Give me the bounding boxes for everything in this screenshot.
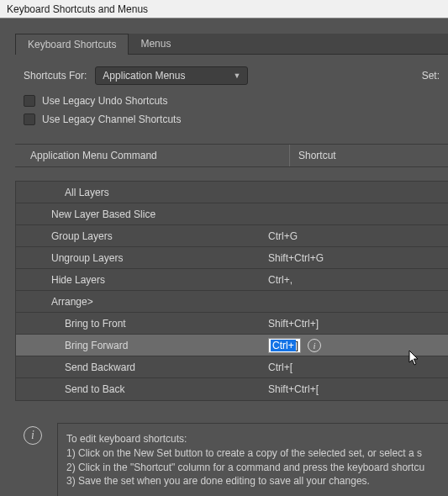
shortcut-cell[interactable]: Ctrl+, — [268, 274, 448, 286]
legacy-channel-row: Use Legacy Channel Shortcuts — [15, 110, 448, 129]
controls-row: Shortcuts For: Application Menus ▼ Set: — [15, 55, 448, 92]
table-row[interactable]: Send BackwardCtrl+[ — [16, 356, 448, 378]
command-label: Arrange> — [16, 296, 268, 308]
header-shortcut[interactable]: Shortcut — [289, 145, 448, 166]
command-label: Bring to Front — [16, 318, 268, 330]
help-line-0: To edit keyboard shortcuts: — [66, 432, 448, 446]
table-row[interactable]: Bring to FrontShift+Ctrl+] — [16, 313, 448, 335]
info-icon[interactable]: i — [308, 339, 321, 352]
help-text: To edit keyboard shortcuts: 1) Click on … — [57, 423, 448, 496]
help-line-3: 3) Save the set when you are done editin… — [66, 474, 448, 488]
command-label: New Layer Based Slice — [16, 208, 268, 220]
legacy-channel-checkbox[interactable] — [24, 113, 35, 125]
command-label: All Layers — [16, 187, 268, 198]
help-line-1: 1) Click on the New Set button to create… — [66, 446, 448, 461]
shortcuts-for-dropdown[interactable]: Application Menus ▼ — [95, 66, 248, 85]
command-label: Send Backward — [16, 361, 268, 373]
info-icon: i — [24, 426, 42, 445]
legacy-undo-row: Use Legacy Undo Shortcuts — [15, 92, 448, 110]
help-box: i To edit keyboard shortcuts: 1) Click o… — [24, 423, 448, 496]
dialog-body: Keyboard Shortcuts Menus Shortcuts For: … — [0, 18, 448, 496]
command-label: Group Layers — [16, 230, 268, 242]
shortcut-edit-field[interactable]: Ctrl+] — [268, 338, 301, 353]
table-row[interactable]: Group LayersCtrl+G — [16, 225, 448, 247]
shortcut-cell[interactable]: Ctrl+[ — [268, 361, 448, 373]
table-row[interactable]: Hide LayersCtrl+, — [16, 269, 448, 291]
table-row[interactable]: Bring ForwardCtrl+]i — [16, 335, 448, 356]
command-label: Bring Forward — [16, 340, 268, 351]
legacy-channel-label: Use Legacy Channel Shortcuts — [42, 113, 181, 125]
chevron-down-icon: ▼ — [233, 71, 240, 80]
table-body: All LayersNew Layer Based SliceGroup Lay… — [15, 181, 448, 401]
window-title-bar: Keyboard Shortcuts and Menus — [0, 0, 448, 18]
legacy-undo-label: Use Legacy Undo Shortcuts — [42, 95, 167, 107]
command-label: Hide Layers — [16, 274, 268, 286]
shortcut-cell[interactable]: Shift+Ctrl+] — [268, 318, 448, 330]
help-line-2: 2) Click in the "Shortcut" column for a … — [66, 461, 448, 475]
header-command[interactable]: Application Menu Command — [15, 145, 289, 166]
shortcut-cell[interactable]: Ctrl+]i — [268, 338, 448, 353]
tab-menus[interactable]: Menus — [129, 34, 182, 54]
table-row[interactable]: Arrange> — [16, 291, 448, 313]
table-row[interactable]: Send to BackShift+Ctrl+[ — [16, 378, 448, 400]
table-row[interactable]: Ungroup LayersShift+Ctrl+G — [16, 247, 448, 269]
window-title: Keyboard Shortcuts and Menus — [7, 3, 148, 15]
shortcut-cell[interactable]: Shift+Ctrl+[ — [268, 383, 448, 395]
shortcut-table: Application Menu Command Shortcut All La… — [15, 144, 448, 401]
shortcut-cell[interactable]: Ctrl+G — [268, 230, 448, 242]
command-label: Ungroup Layers — [16, 252, 268, 264]
tab-strip: Keyboard Shortcuts Menus — [15, 34, 448, 55]
shortcut-cell[interactable]: Shift+Ctrl+G — [268, 252, 448, 264]
table-header: Application Menu Command Shortcut — [15, 144, 448, 167]
legacy-undo-checkbox[interactable] — [24, 95, 35, 107]
table-row[interactable]: All Layers — [16, 182, 448, 203]
shortcuts-for-label: Shortcuts For: — [24, 70, 87, 82]
table-row[interactable]: New Layer Based Slice — [16, 203, 448, 225]
command-label: Send to Back — [16, 383, 268, 395]
shortcuts-for-value: Application Menus — [103, 70, 185, 82]
set-label: Set: — [422, 70, 448, 82]
tab-keyboard-shortcuts[interactable]: Keyboard Shortcuts — [15, 34, 129, 55]
